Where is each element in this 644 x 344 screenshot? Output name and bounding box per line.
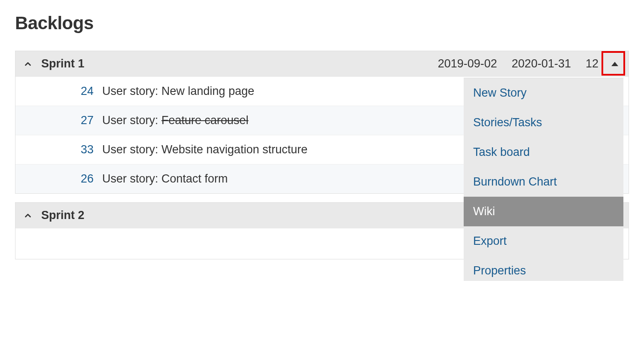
story-title-text: Contact form [161, 172, 228, 185]
menu-item-export[interactable]: Export [464, 226, 623, 256]
sprint-start-date: 2019-09-02 [438, 57, 497, 70]
sprints-container: Sprint 1 2019-09-02 2020-01-31 12 24 Use… [15, 51, 629, 259]
sprint-name: Sprint 1 [41, 57, 429, 70]
story-title-text: Feature carousel [161, 114, 249, 127]
story-id[interactable]: 27 [72, 114, 94, 127]
story-title-text: Website navigation structure [161, 143, 307, 156]
chevron-up-icon [23, 211, 33, 220]
story-prefix: User story: [102, 143, 161, 156]
menu-item-wiki[interactable]: Wiki [464, 197, 623, 226]
sprint-end-date: 2020-01-31 [512, 57, 571, 70]
story-title-text: New landing page [161, 85, 254, 97]
menu-item-properties[interactable]: Properties [464, 256, 623, 281]
story-prefix: User story: [102, 85, 161, 97]
menu-item-burndown-chart[interactable]: Burndown Chart [464, 167, 623, 197]
story-prefix: User story: [102, 114, 161, 127]
story-id[interactable]: 26 [72, 172, 94, 186]
sprint-actions-menu: New Story Stories/Tasks Task board Burnd… [464, 78, 623, 281]
sprint-menu-toggle[interactable] [609, 58, 621, 70]
story-prefix: User story: [102, 172, 161, 185]
sprint-header[interactable]: Sprint 1 2019-09-02 2020-01-31 12 [15, 51, 629, 76]
menu-item-new-story[interactable]: New Story [464, 78, 623, 108]
story-id[interactable]: 33 [72, 143, 94, 156]
story-id[interactable]: 24 [72, 85, 94, 98]
page-title: Backlogs [15, 13, 629, 33]
chevron-up-icon [23, 59, 33, 69]
triangle-up-icon [611, 62, 618, 66]
sprint-points: 12 [586, 57, 598, 70]
menu-item-task-board[interactable]: Task board [464, 137, 623, 167]
menu-item-stories-tasks[interactable]: Stories/Tasks [464, 108, 623, 137]
